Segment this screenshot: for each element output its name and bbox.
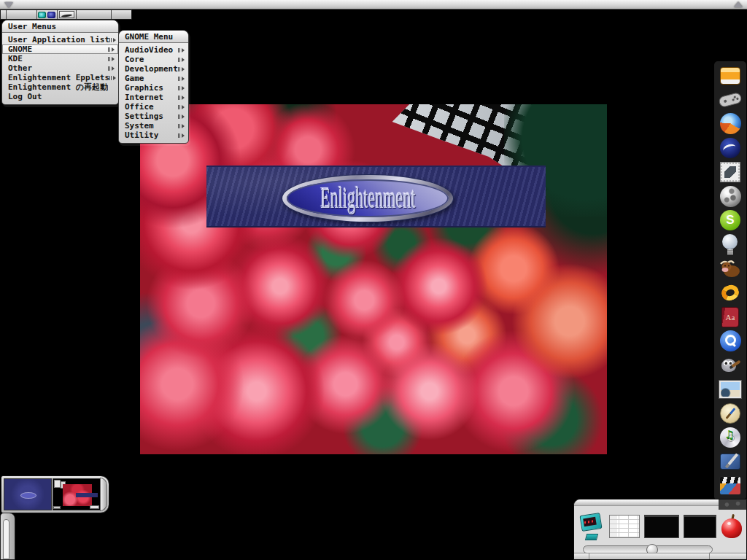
pager-desktop-1[interactable]	[4, 478, 52, 510]
iconified-terminal-window-2[interactable]	[684, 515, 716, 538]
apple-icon[interactable]	[721, 512, 743, 541]
search-icon	[720, 330, 741, 351]
strip-segment	[37, 10, 58, 19]
menu-item-graphics[interactable]: Graphics	[119, 83, 188, 93]
firefox-icon	[720, 113, 741, 134]
dock-item-lightbulb[interactable]	[716, 233, 744, 257]
menu-item-game[interactable]: Game	[119, 74, 188, 83]
dock-item-dictionary[interactable]: Aa	[716, 305, 744, 329]
menu-item-kde[interactable]: KDE	[2, 54, 118, 63]
iconbox-bottom-border[interactable]	[574, 553, 746, 559]
submenu-arrow-icon	[178, 123, 185, 129]
dictionary-icon: Aa	[721, 307, 739, 327]
iconified-spreadsheet-window[interactable]	[609, 515, 640, 538]
submenu-arrow-icon	[178, 104, 185, 110]
dock-item-gimp[interactable]	[716, 353, 744, 377]
menu-item-utility[interactable]: Utility	[119, 131, 188, 140]
office-icon	[719, 283, 740, 303]
dock-item-search[interactable]	[716, 329, 744, 353]
music-cd-icon: ♫	[720, 427, 740, 448]
user-menus-window: User Menus User Application list GNOME K…	[1, 20, 119, 105]
photos-icon	[719, 381, 741, 398]
dock-item-bull[interactable]	[716, 257, 744, 281]
mini-flower-photo	[63, 484, 92, 506]
submenu-arrow-icon	[109, 75, 116, 81]
iconified-terminal-window[interactable]	[644, 515, 679, 538]
menu-item-internet[interactable]: Internet	[119, 93, 188, 102]
dock-item-mail-stamp[interactable]	[716, 160, 744, 184]
bull-icon	[719, 259, 742, 278]
dock-item-music[interactable]: ♫	[716, 426, 744, 450]
desktop-pager	[1, 475, 109, 513]
menu-item-gnome[interactable]: GNOME	[2, 44, 118, 54]
menu-item-settings[interactable]: Settings	[119, 112, 188, 121]
dock-item-mail-bird[interactable]	[716, 136, 744, 160]
mini-pager	[53, 506, 61, 509]
skype-icon: S	[720, 210, 740, 230]
iconbox-shade-tab[interactable]	[719, 499, 746, 510]
globe-icon	[720, 186, 741, 207]
blue-app-icon[interactable]	[47, 12, 55, 18]
strip-segment	[77, 10, 112, 19]
menu-item-other[interactable]: Other	[2, 63, 118, 73]
shaded-iconbox-strip[interactable]	[0, 9, 132, 20]
menu-item-user-application-list[interactable]: User Application list	[2, 35, 118, 44]
mini-menu-window	[54, 480, 61, 488]
partial-window-scrollbar[interactable]	[3, 519, 9, 559]
photo-app-icon[interactable]	[59, 11, 74, 18]
dock-item-paint[interactable]	[716, 402, 744, 426]
dragbar-scroll-down-icon[interactable]	[4, 2, 13, 8]
mail-bird-icon	[720, 138, 740, 158]
dock-item-globe[interactable]	[716, 184, 744, 209]
submenu-arrow-icon	[178, 57, 185, 63]
submenu-arrow-icon	[178, 114, 185, 120]
menu-item-audiovideo[interactable]: AudioVideo	[119, 45, 188, 55]
gamepad-icon	[717, 90, 743, 110]
dragbar-scroll-up-icon[interactable]	[734, 1, 743, 7]
submenu-arrow-icon	[178, 133, 185, 139]
user-menus-title: User Menus	[2, 20, 118, 33]
dock-item-text-editor[interactable]	[716, 450, 744, 474]
menu-item-restart-enlightenment[interactable]: Enlightenment の再起動	[2, 82, 118, 92]
dock-item-gamepad[interactable]	[716, 88, 744, 112]
app-dock: S Aa ♫	[714, 61, 746, 500]
submenu-arrow-icon	[108, 56, 115, 62]
desktop-dragbar[interactable]	[0, 0, 747, 9]
submenu-arrow-icon	[178, 76, 185, 82]
strip-segment	[7, 10, 37, 19]
dock-item-skype[interactable]: S	[716, 209, 744, 233]
menu-item-development[interactable]: Development	[119, 64, 188, 74]
menu-item-office[interactable]: Office	[119, 102, 188, 112]
menu-item-log-out[interactable]: Log Out	[2, 92, 118, 101]
gnome-menu-title: GNOME Menu	[119, 31, 188, 43]
dock-item-movies[interactable]	[716, 474, 744, 498]
desktop[interactable]: { "dragbar": { "left_icon": "scroll-down…	[0, 0, 747, 560]
wallpaper-flower-photo: Enlightenment	[140, 104, 607, 454]
mail-stamp-icon	[721, 163, 740, 182]
menu-item-core[interactable]: Core	[119, 55, 188, 64]
text-editor-icon	[720, 454, 740, 470]
enlightenment-banner: Enlightenment	[206, 166, 546, 228]
menu-item-system[interactable]: System	[119, 121, 188, 131]
movies-icon	[719, 476, 741, 495]
dock-item-photos[interactable]	[716, 377, 744, 401]
submenu-arrow-icon	[109, 37, 116, 43]
submenu-arrow-icon	[108, 47, 115, 52]
teal-app-icon[interactable]	[38, 12, 46, 18]
enlightenment-logo: Enlightenment	[282, 175, 453, 222]
strip-segment	[1, 10, 7, 19]
strip-segment	[112, 10, 131, 19]
iconified-clock-display[interactable]	[580, 511, 605, 542]
submenu-arrow-icon	[178, 85, 185, 91]
dock-item-external-drive[interactable]	[716, 63, 744, 88]
external-drive-icon	[720, 67, 740, 85]
enlightenment-logo-oval: Enlightenment	[287, 179, 449, 217]
pager-drag-handle[interactable]	[100, 478, 107, 511]
partial-window-edge[interactable]	[0, 513, 15, 560]
pager-desktop-2-current[interactable]	[53, 478, 101, 510]
dock-item-firefox[interactable]	[716, 112, 744, 136]
dock-item-office[interactable]	[716, 281, 744, 305]
menu-item-enlightenment-epplets[interactable]: Enlightenment Epplets	[2, 73, 118, 82]
iconbox-items-row	[580, 509, 743, 544]
gnome-menu-window: GNOME Menu AudioVideo Core Development G…	[118, 30, 189, 144]
